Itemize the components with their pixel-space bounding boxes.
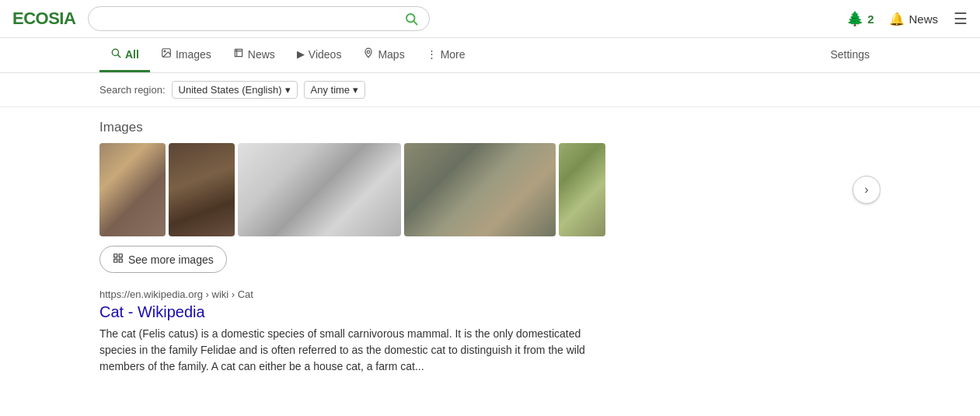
tree-counter[interactable]: 🌲 2 xyxy=(846,10,874,27)
next-images-button[interactable]: › xyxy=(853,176,881,204)
svg-point-6 xyxy=(368,51,371,54)
time-value: Any time xyxy=(311,84,350,96)
images-strip: › xyxy=(99,143,881,236)
region-select[interactable]: United States (English) ▾ xyxy=(172,81,298,99)
region-label: Search region: xyxy=(99,84,166,96)
tab-videos[interactable]: ▶ Videos xyxy=(286,39,353,72)
maps-icon xyxy=(363,47,374,61)
images-icon xyxy=(161,47,172,61)
tab-videos-label: Videos xyxy=(309,48,342,61)
tab-more-label: More xyxy=(441,48,466,61)
search-bar: cats xyxy=(88,6,430,31)
search-button[interactable] xyxy=(404,12,418,26)
news-icon xyxy=(233,47,244,61)
search-input[interactable]: cats xyxy=(99,12,398,26)
tree-icon: 🌲 xyxy=(846,10,863,27)
svg-line-1 xyxy=(414,21,417,24)
header: ECOSIA cats 🌲 2 🔔 News ☰ xyxy=(0,0,980,38)
news-label: News xyxy=(909,12,938,26)
result-snippet: The cat (Felis catus) is a domestic spec… xyxy=(99,326,597,375)
logo-text: ECOSIA xyxy=(12,9,75,28)
svg-line-3 xyxy=(118,55,120,58)
cat-image-2[interactable] xyxy=(169,143,235,236)
tab-images[interactable]: Images xyxy=(150,38,222,72)
logo[interactable]: ECOSIA xyxy=(12,9,75,29)
more-icon: ⋮ xyxy=(427,48,437,60)
svg-rect-9 xyxy=(114,259,117,262)
header-right: 🌲 2 🔔 News ☰ xyxy=(846,9,968,28)
tab-more[interactable]: ⋮ More xyxy=(416,39,476,72)
cat-image-4[interactable] xyxy=(404,143,556,236)
svg-rect-8 xyxy=(119,254,122,257)
filters-row: Search region: United States (English) ▾… xyxy=(0,73,980,107)
nav-tabs: All Images News ▶ Videos Maps xyxy=(0,38,980,73)
bell-icon: 🔔 xyxy=(889,12,905,26)
menu-button[interactable]: ☰ xyxy=(954,9,968,28)
svg-rect-7 xyxy=(114,254,117,257)
chevron-down-icon: ▾ xyxy=(285,84,291,96)
tab-news[interactable]: News xyxy=(222,38,286,72)
news-notification[interactable]: 🔔 News xyxy=(889,12,938,26)
region-value: United States (English) xyxy=(179,84,282,96)
main-content: Images › See more images ht xyxy=(0,107,980,387)
time-select[interactable]: Any time ▾ xyxy=(304,81,366,99)
next-button-container: › xyxy=(609,143,640,236)
tab-news-label: News xyxy=(248,48,275,61)
tab-maps-label: Maps xyxy=(378,48,404,61)
settings-label: Settings xyxy=(830,48,870,61)
all-icon xyxy=(110,47,121,61)
search-icon xyxy=(404,12,418,26)
settings-tab[interactable]: Settings xyxy=(819,39,881,72)
see-more-images-button[interactable]: See more images xyxy=(99,246,227,273)
cat-image-3[interactable] xyxy=(238,143,401,236)
result-title[interactable]: Cat - Wikipedia xyxy=(99,303,881,321)
tab-images-label: Images xyxy=(176,48,211,61)
search-result: https://en.wikipedia.org › wiki › Cat Ca… xyxy=(99,288,881,375)
cat-image-1[interactable] xyxy=(99,143,166,236)
images-heading: Images xyxy=(99,120,881,135)
videos-icon: ▶ xyxy=(297,48,305,60)
image-grid-icon xyxy=(113,253,124,266)
see-more-label: See more images xyxy=(128,253,214,266)
tab-all-label: All xyxy=(125,48,139,61)
chevron-down-icon-time: ▾ xyxy=(353,84,358,96)
tab-all[interactable]: All xyxy=(99,38,150,72)
result-url: https://en.wikipedia.org › wiki › Cat xyxy=(99,288,881,300)
images-section: Images › See more images xyxy=(99,120,881,273)
svg-point-5 xyxy=(164,51,166,52)
tab-maps[interactable]: Maps xyxy=(352,38,415,72)
cat-image-5[interactable] xyxy=(559,143,605,236)
svg-rect-10 xyxy=(119,259,122,262)
tree-count: 2 xyxy=(867,12,874,26)
